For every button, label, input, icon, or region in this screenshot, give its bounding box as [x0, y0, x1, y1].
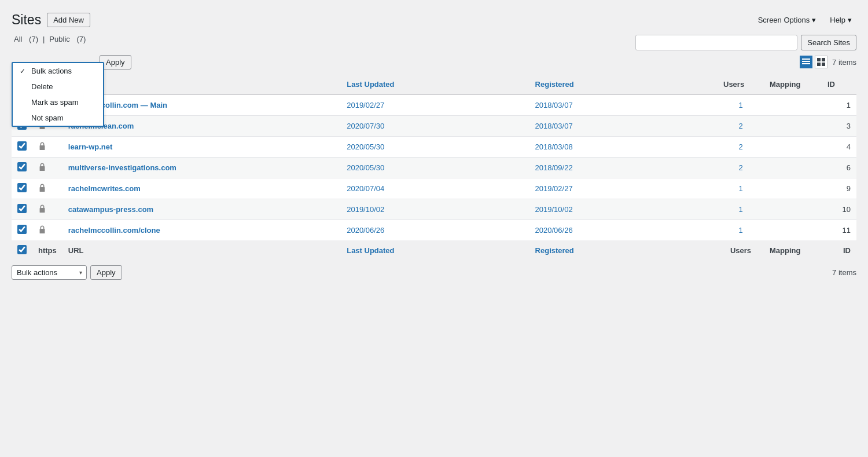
footer-id-label: ID [843, 246, 851, 255]
users-count-link[interactable]: 2 [738, 163, 742, 172]
row-users-cell: 2 [718, 157, 764, 178]
row-id-cell: 9 [822, 178, 856, 199]
row-url-cell: multiverse-investigations.com [62, 157, 341, 178]
search-area: Search Sites [635, 35, 856, 50]
lock-icon [38, 225, 46, 234]
users-count-link[interactable]: 2 [738, 122, 742, 130]
filter-public-link[interactable]: Public (7) [47, 35, 88, 43]
th-mapping: Mapping [764, 74, 822, 95]
row-registered-value: 2018/09/22 [535, 163, 573, 172]
svg-rect-0 [802, 59, 810, 60]
top-right-controls: Screen Options ▾ Help ▾ [753, 14, 856, 25]
dropdown-item-bulk-actions[interactable]: ✓ Bulk actions [13, 63, 103, 79]
help-chevron-icon: ▾ [848, 16, 852, 24]
lock-icon [38, 183, 46, 192]
tablenav-top: ✓ Bulk actions Delete Mark as spam Not s… [12, 55, 856, 70]
row-registered-cell: 2018/03/07 [529, 94, 718, 115]
svg-rect-2 [802, 63, 810, 64]
row-users-cell: 1 [718, 220, 764, 240]
svg-rect-13 [40, 229, 45, 233]
grid-view-icon[interactable] [815, 56, 827, 68]
row-last-updated-cell: 2020/07/30 [341, 115, 529, 136]
site-url-link[interactable]: catawampus-press.com [68, 205, 153, 214]
title-area: Sites Add New [12, 12, 90, 29]
row-mapping-cell [764, 178, 822, 199]
dropdown-label-mark-spam: Mark as spam [31, 98, 79, 107]
th-id: ID [822, 74, 856, 95]
sites-table: https URL Last Updated Registered Users … [12, 74, 856, 261]
row-checkbox[interactable] [17, 162, 27, 171]
row-id-cell: 10 [822, 199, 856, 220]
row-mapping-cell [764, 136, 822, 157]
row-id-cell: 3 [822, 115, 856, 136]
row-last-updated-cell: 2019/10/02 [341, 199, 529, 220]
dropdown-item-delete[interactable]: Delete [13, 79, 103, 94]
users-count-link[interactable]: 1 [738, 101, 742, 109]
row-users-cell: 1 [718, 94, 764, 115]
svg-rect-6 [822, 63, 825, 66]
filter-all-link[interactable]: All (7) [12, 35, 41, 43]
users-count-link[interactable]: 2 [738, 142, 742, 151]
site-url-link[interactable]: multiverse-investigations.com [68, 163, 176, 172]
row-mapping-cell [764, 199, 822, 220]
footer-users-col: Users [718, 240, 764, 261]
row-checkbox[interactable] [17, 141, 27, 151]
bottom-tablenav-right: 7 items [832, 268, 856, 277]
th-users: Users [718, 74, 764, 95]
users-count-link[interactable]: 1 [738, 205, 742, 214]
row-checkbox[interactable] [17, 225, 27, 234]
row-https-cell [32, 199, 62, 220]
site-url-link[interactable]: learn-wp.net [68, 142, 113, 151]
table-row: multiverse-investigations.com 2020/05/30… [12, 157, 856, 178]
row-registered-value: 2018/03/07 [535, 101, 573, 109]
bottom-bulk-actions-select[interactable]: Bulk actions Delete Mark as spam Not spa… [12, 265, 87, 280]
row-url-cell: rachelmccollin.com/clone [62, 220, 341, 240]
top-bar: Sites Add New Screen Options ▾ Help ▾ [12, 12, 856, 29]
svg-rect-10 [40, 166, 45, 171]
row-mapping-cell [764, 115, 822, 136]
footer-id-col: ID [822, 240, 856, 261]
th-last-updated-link[interactable]: Last Updated [347, 80, 394, 89]
svg-rect-1 [802, 61, 810, 62]
add-new-button[interactable]: Add New [47, 13, 90, 27]
items-count-bottom: 7 items [832, 268, 856, 277]
dropdown-item-not-spam[interactable]: Not spam [13, 110, 103, 126]
users-count-link[interactable]: 1 [738, 226, 742, 235]
apply-button-top[interactable]: Apply [100, 55, 131, 70]
th-registered-link[interactable]: Registered [535, 80, 574, 89]
row-registered-cell: 2018/03/07 [529, 115, 718, 136]
th-registered: Registered [529, 74, 718, 95]
bottom-bulk-actions-wrapper: Bulk actions Delete Mark as spam Not spa… [12, 265, 87, 280]
dropdown-label-bulk-actions: Bulk actions [31, 67, 72, 75]
search-sites-button[interactable]: Search Sites [801, 35, 856, 50]
lock-icon [38, 141, 46, 151]
footer-select-all-checkbox[interactable] [17, 245, 27, 254]
dropdown-label-not-spam: Not spam [31, 114, 64, 122]
row-registered-value: 2019/10/02 [535, 205, 573, 214]
help-button[interactable]: Help ▾ [825, 14, 856, 25]
row-checkbox-cell [12, 199, 32, 220]
row-last-updated-value: 2019/02/27 [347, 101, 384, 109]
row-users-cell: 1 [718, 178, 764, 199]
row-mapping-cell [764, 157, 822, 178]
row-last-updated-value: 2020/05/30 [347, 163, 384, 172]
site-url-link[interactable]: rachelmccollin.com/clone [68, 226, 160, 235]
search-sites-input[interactable] [635, 35, 797, 50]
footer-last-updated-label: Last Updated [347, 246, 394, 255]
dropdown-item-mark-spam[interactable]: Mark as spam [13, 94, 103, 110]
svg-rect-11 [40, 187, 45, 192]
site-url-link[interactable]: rachelmcwrites.com [68, 184, 141, 193]
row-registered-cell: 2019/10/02 [529, 199, 718, 220]
footer-url-label: URL [68, 246, 84, 255]
users-count-link[interactable]: 1 [738, 184, 742, 193]
row-https-cell [32, 178, 62, 199]
list-view-icon[interactable] [800, 56, 812, 68]
table-row: rachelmclean.com 2020/07/30 2018/03/07 2… [12, 115, 856, 136]
row-last-updated-value: 2019/10/02 [347, 205, 384, 214]
screen-options-button[interactable]: Screen Options ▾ [753, 14, 821, 25]
th-mapping-label: Mapping [770, 80, 800, 89]
row-checkbox[interactable] [17, 183, 27, 192]
row-checkbox[interactable] [17, 204, 27, 213]
apply-button-bottom[interactable]: Apply [90, 265, 122, 280]
footer-https-label: https [38, 246, 57, 255]
